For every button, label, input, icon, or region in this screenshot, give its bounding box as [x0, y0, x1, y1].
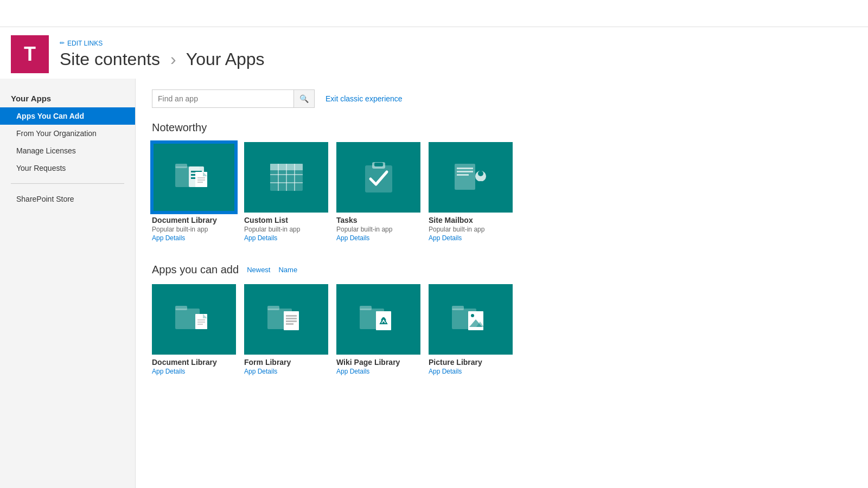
add-tile-1[interactable]: Form Library App Details — [244, 284, 328, 375]
svg-rect-1 — [175, 164, 187, 168]
sidebar: Your Apps Apps You Can Add From Your Org… — [0, 79, 136, 488]
noteworthy-desc-0: Popular built-in app — [152, 226, 236, 233]
svg-rect-24 — [457, 174, 469, 176]
svg-point-44 — [382, 322, 385, 324]
svg-rect-43 — [376, 311, 391, 330]
add-tile-3[interactable]: Picture Library App Details — [429, 284, 513, 375]
breadcrumb-part2: Your Apps — [186, 49, 265, 69]
noteworthy-desc-2: Popular built-in app — [336, 226, 420, 233]
add-link-0[interactable]: App Details — [152, 368, 236, 375]
noteworthy-title: Noteworthy — [152, 121, 852, 134]
add-name-1: Form Library — [244, 358, 328, 367]
noteworthy-tile-0[interactable]: Document Library Popular built-in app Ap… — [152, 142, 236, 242]
svg-rect-22 — [457, 168, 473, 169]
add-icon-0 — [152, 284, 236, 355]
noteworthy-icon-1 — [244, 142, 328, 213]
svg-rect-20 — [374, 163, 383, 166]
add-name-3: Picture Library — [429, 358, 513, 367]
apps-can-add-grid: Document Library App Details Fo — [152, 284, 852, 375]
svg-rect-40 — [286, 323, 293, 325]
noteworthy-link-3[interactable]: App Details — [429, 234, 513, 242]
noteworthy-grid: Document Library Popular built-in app Ap… — [152, 142, 852, 242]
svg-rect-8 — [197, 177, 205, 178]
noteworthy-name-1: Custom List — [244, 216, 328, 224]
svg-rect-28 — [175, 306, 187, 310]
noteworthy-link-0[interactable]: App Details — [152, 234, 236, 242]
add-link-3[interactable]: App Details — [429, 368, 513, 375]
sidebar-divider — [11, 183, 124, 184]
search-bar-row: 🔍 Exit classic experience — [152, 89, 852, 108]
svg-rect-31 — [197, 319, 205, 320]
main-content: 🔍 Exit classic experience Noteworthy — [136, 79, 868, 488]
edit-links-bar[interactable]: ✏ EDIT LINKS — [60, 40, 265, 47]
sidebar-item-manage-licenses[interactable]: Manage Licenses — [0, 142, 135, 159]
noteworthy-icon-0 — [152, 142, 236, 213]
add-link-2[interactable]: App Details — [336, 368, 420, 375]
add-icon-2 — [336, 284, 420, 355]
svg-rect-42 — [360, 306, 372, 310]
sidebar-item-your-requests[interactable]: Your Requests — [0, 159, 135, 177]
apps-can-add-title: Apps you can add — [152, 264, 239, 276]
logo-box: T — [11, 35, 49, 73]
noteworthy-name-3: Site Mailbox — [429, 216, 513, 224]
sidebar-item-from-your-org[interactable]: From Your Organization — [0, 125, 135, 142]
noteworthy-icon-2 — [336, 142, 420, 213]
pencil-icon: ✏ — [60, 40, 65, 47]
breadcrumb-part1: Site contents — [60, 49, 160, 69]
svg-rect-35 — [267, 306, 279, 310]
noteworthy-link-1[interactable]: App Details — [244, 234, 328, 242]
noteworthy-tile-3[interactable]: Site Mailbox Popular built-in app App De… — [429, 142, 513, 242]
noteworthy-name-0: Document Library — [152, 216, 236, 224]
svg-rect-9 — [197, 179, 205, 181]
svg-rect-46 — [452, 306, 464, 310]
add-name-2: Wiki Page Library — [336, 358, 420, 367]
noteworthy-tile-2[interactable]: Tasks Popular built-in app App Details — [336, 142, 420, 242]
add-tile-2[interactable]: Wiki Page Library App Details — [336, 284, 420, 375]
add-icon-1 — [244, 284, 328, 355]
logo-letter: T — [24, 43, 36, 66]
svg-point-48 — [471, 314, 474, 317]
apps-can-add-header: Apps you can add Newest Name — [152, 264, 852, 276]
noteworthy-desc-1: Popular built-in app — [244, 226, 328, 233]
sort-name[interactable]: Name — [278, 266, 297, 274]
sidebar-your-apps[interactable]: Your Apps — [0, 89, 135, 107]
svg-point-26 — [478, 171, 483, 176]
page-title: Site contents › Your Apps — [60, 49, 265, 69]
svg-rect-39 — [286, 320, 297, 322]
add-icon-3 — [429, 284, 513, 355]
svg-rect-23 — [457, 171, 473, 172]
top-bar — [0, 0, 868, 27]
add-tile-0[interactable]: Document Library App Details — [152, 284, 236, 375]
search-button[interactable]: 🔍 — [293, 90, 314, 107]
header-title-area: ✏ EDIT LINKS Site contents › Your Apps — [60, 40, 265, 69]
svg-rect-32 — [197, 322, 205, 323]
svg-rect-38 — [286, 318, 297, 319]
breadcrumb-separator: › — [170, 49, 176, 69]
main-layout: Your Apps Apps You Can Add From Your Org… — [0, 79, 868, 488]
exit-classic-link[interactable]: Exit classic experience — [326, 94, 403, 103]
noteworthy-link-2[interactable]: App Details — [336, 234, 420, 242]
sidebar-item-sharepoint-store[interactable]: SharePoint Store — [0, 190, 135, 208]
edit-links-label: EDIT LINKS — [67, 40, 103, 47]
page-header: T ✏ EDIT LINKS Site contents › Your Apps — [0, 27, 868, 79]
sort-newest[interactable]: Newest — [247, 266, 270, 274]
search-box: 🔍 — [152, 89, 315, 108]
sidebar-item-apps-you-can-add[interactable]: Apps You Can Add — [0, 107, 135, 125]
search-input[interactable] — [152, 90, 293, 107]
noteworthy-desc-3: Popular built-in app — [429, 226, 513, 233]
add-name-0: Document Library — [152, 358, 236, 367]
svg-rect-10 — [197, 182, 203, 183]
noteworthy-icon-3 — [429, 142, 513, 213]
add-link-1[interactable]: App Details — [244, 368, 328, 375]
noteworthy-name-2: Tasks — [336, 216, 420, 224]
svg-rect-37 — [286, 315, 297, 317]
svg-rect-33 — [197, 324, 203, 325]
noteworthy-tile-1[interactable]: Custom List Popular built-in app App Det… — [244, 142, 328, 242]
